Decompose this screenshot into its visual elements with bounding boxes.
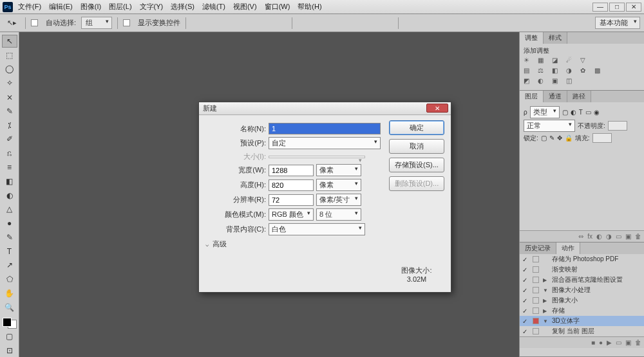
filter-icon[interactable]: ◉ (594, 109, 600, 116)
marquee-tool[interactable]: ⬚ (2, 49, 17, 62)
arrange-icon[interactable] (404, 17, 415, 29)
preset-select[interactable]: 自定 (269, 137, 381, 149)
align-icon[interactable] (275, 17, 287, 29)
path-tool[interactable]: ↗ (2, 259, 17, 272)
lock-icon[interactable]: ▢ (541, 134, 547, 142)
align-icon[interactable] (225, 17, 236, 29)
filter-icon[interactable]: ▭ (585, 109, 591, 116)
align-icon[interactable] (208, 17, 220, 29)
cancel-button[interactable]: 取消 (389, 139, 444, 154)
blur-tool[interactable]: △ (2, 203, 17, 215)
adjustment-icon[interactable]: ◑ (606, 233, 612, 240)
dodge-tool[interactable]: ● (2, 217, 17, 230)
align-icon[interactable] (258, 17, 270, 29)
resolution-input[interactable] (269, 194, 314, 206)
screenmode-icon[interactable]: ⊡ (2, 344, 17, 357)
adj-icon[interactable]: ✿ (580, 67, 591, 76)
filter-icon[interactable]: ▢ (562, 109, 568, 116)
fx-icon[interactable]: fx (587, 233, 592, 240)
lasso-tool[interactable]: ◯ (2, 63, 17, 76)
adj-icon[interactable]: ◧ (552, 67, 562, 76)
align-icon[interactable] (191, 17, 203, 29)
distribute-icon[interactable] (298, 17, 309, 29)
pen-tool[interactable]: ✎ (2, 231, 17, 244)
lock-icon[interactable]: ✥ (557, 134, 562, 142)
brush-tool[interactable]: ✐ (2, 133, 17, 145)
blendmode-select[interactable]: 正常 (524, 120, 575, 132)
adj-icon[interactable]: ◩ (524, 77, 534, 86)
adj-icon[interactable]: ☀ (524, 57, 534, 66)
wand-tool[interactable]: ✧ (2, 77, 17, 89)
autoselect-checkbox[interactable] (31, 19, 38, 26)
action-item[interactable]: ✓渐变映射 (520, 264, 644, 275)
adj-icon[interactable]: ◐ (538, 77, 548, 86)
mask-icon[interactable]: ◐ (596, 233, 602, 240)
lock-icon[interactable]: 🔒 (565, 134, 573, 142)
eraser-tool[interactable]: ◧ (2, 175, 17, 188)
eyedropper-tool[interactable]: ✎ (2, 105, 17, 118)
tab-channels[interactable]: 通道 (544, 91, 567, 102)
tool-preset-icon[interactable]: ↖▸ (4, 17, 20, 29)
distribute-icon[interactable] (314, 17, 326, 29)
record-icon[interactable]: ● (599, 339, 603, 346)
adj-icon[interactable]: ◪ (552, 57, 562, 66)
gradient-tool[interactable]: ◐ (2, 189, 17, 202)
link-icon[interactable]: ⇔ (578, 233, 583, 240)
width-input[interactable] (269, 165, 314, 176)
lock-icon[interactable]: ✎ (549, 134, 554, 142)
stamp-tool[interactable]: ⎌ (2, 147, 17, 160)
height-input[interactable] (269, 179, 314, 191)
tab-styles[interactable]: 样式 (544, 32, 567, 44)
action-item[interactable]: ✓▼3D立体字 (520, 316, 644, 326)
colormode-select[interactable]: RGB 颜色 (269, 208, 314, 221)
height-unit-select[interactable]: 像素 (316, 179, 361, 191)
tab-layers[interactable]: 图层 (520, 91, 544, 102)
newaction-icon[interactable]: ▣ (625, 339, 631, 346)
ok-button[interactable]: 确定 (389, 120, 444, 135)
showtransform-checkbox[interactable] (123, 19, 130, 26)
stop-icon[interactable]: ■ (591, 339, 595, 346)
bitdepth-select[interactable]: 8 位 (316, 208, 361, 221)
dialog-titlebar[interactable]: 新建 ✕ (199, 102, 451, 115)
action-item[interactable]: ✓▶混合器画笔克隆绘图设置 (520, 275, 644, 285)
newlayer-icon[interactable]: ▣ (625, 233, 631, 240)
menu-view[interactable]: 视图(V) (233, 2, 257, 12)
shape-tool[interactable]: ⬠ (2, 273, 17, 286)
dialog-close-button[interactable]: ✕ (426, 104, 448, 113)
fill-input[interactable] (592, 133, 612, 143)
close-button[interactable]: ✕ (626, 3, 641, 12)
zoom-tool[interactable]: 🔍 (2, 301, 17, 314)
adj-icon[interactable]: ◑ (566, 67, 576, 76)
tab-history[interactable]: 历史记录 (520, 243, 556, 254)
name-input[interactable] (269, 123, 381, 134)
trash-icon[interactable]: 🗑 (635, 339, 641, 346)
distribute-icon[interactable] (381, 17, 393, 29)
menu-window[interactable]: 窗口(W) (265, 2, 290, 12)
menu-file[interactable]: 文件(F) (18, 2, 41, 12)
tab-actions[interactable]: 动作 (556, 243, 580, 254)
layer-filter-select[interactable]: 类型 (530, 106, 560, 118)
heal-tool[interactable]: ⁒ (2, 119, 17, 132)
adj-icon[interactable]: ▤ (524, 67, 534, 76)
move-tool[interactable]: ↖ (2, 35, 17, 48)
adj-icon[interactable]: ⚖ (538, 67, 548, 76)
adj-icon[interactable]: ▣ (552, 77, 562, 86)
menu-image[interactable]: 图像(I) (80, 2, 101, 12)
maximize-button[interactable]: □ (609, 3, 625, 12)
menu-edit[interactable]: 编辑(E) (49, 2, 73, 12)
folder-icon[interactable]: ▭ (616, 233, 621, 240)
minimize-button[interactable]: — (592, 3, 608, 12)
crop-tool[interactable]: ⨯ (2, 91, 17, 104)
adj-icon[interactable]: ▦ (538, 57, 548, 66)
align-icon[interactable] (242, 17, 253, 29)
savepreset-button[interactable]: 存储预设(S)... (389, 158, 444, 172)
action-item[interactable]: ✓▶图像大小 (520, 295, 644, 306)
action-item[interactable]: ✓存储为 Photoshop PDF (520, 254, 644, 264)
history-brush-tool[interactable]: ≡ (2, 161, 17, 174)
tab-paths[interactable]: 路径 (567, 91, 591, 102)
filter-icon[interactable]: T (579, 109, 583, 116)
play-icon[interactable]: ▶ (607, 339, 612, 346)
tab-adjustments[interactable]: 调整 (520, 32, 544, 44)
distribute-icon[interactable] (348, 17, 359, 29)
menu-filter[interactable]: 滤镜(T) (202, 2, 225, 12)
